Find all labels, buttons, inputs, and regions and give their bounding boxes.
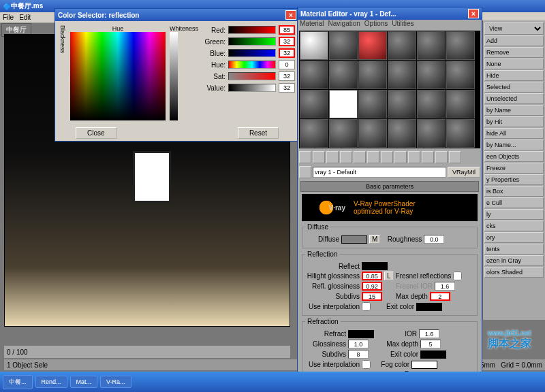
cmd-item[interactable]: olors Shaded — [484, 267, 544, 278]
add-button[interactable]: Add — [484, 35, 544, 46]
toolbar-icon[interactable] — [313, 151, 325, 163]
material-swatch[interactable] — [358, 61, 387, 89]
cmd-item[interactable]: tents — [484, 244, 544, 255]
taskbar-button[interactable]: V-Ra... — [100, 376, 131, 388]
close-icon[interactable]: × — [468, 9, 479, 18]
fog-color-swatch[interactable] — [411, 361, 437, 369]
material-swatch[interactable] — [358, 119, 387, 148]
taskbar-button[interactable]: 中餐... — [3, 375, 33, 389]
pick-icon[interactable] — [299, 166, 311, 178]
cmd-item[interactable]: Unselected — [484, 93, 544, 104]
material-swatch[interactable] — [446, 31, 475, 60]
material-swatch[interactable] — [300, 119, 328, 148]
channel-slider[interactable] — [228, 72, 276, 80]
material-name-input[interactable] — [313, 167, 446, 178]
hilight-glossiness-spinner[interactable] — [362, 272, 382, 280]
hue-picker[interactable] — [70, 32, 166, 120]
material-swatch[interactable] — [358, 90, 387, 118]
whiteness-slider[interactable] — [170, 32, 178, 120]
material-swatch[interactable] — [300, 90, 328, 118]
view-dropdown[interactable]: View — [484, 22, 544, 35]
cmd-item[interactable]: Selected — [484, 82, 544, 93]
channel-value[interactable] — [279, 37, 295, 46]
cmd-item[interactable]: ory — [484, 232, 544, 243]
channel-value[interactable] — [279, 71, 295, 81]
taskbar-button[interactable]: Mat... — [70, 376, 98, 388]
exit-color-swatch[interactable] — [416, 303, 442, 311]
cmd-item[interactable]: Hide — [484, 70, 544, 81]
cmd-item[interactable]: by Hit — [484, 116, 544, 127]
toolbar-icon[interactable] — [449, 151, 461, 163]
timeline[interactable]: 0 / 100 — [4, 346, 290, 358]
material-swatch[interactable] — [329, 31, 358, 60]
channel-slider[interactable] — [228, 49, 276, 57]
channel-value[interactable] — [279, 60, 295, 69]
material-swatch[interactable] — [388, 90, 416, 118]
material-swatch[interactable] — [417, 61, 446, 89]
material-swatch[interactable] — [329, 119, 358, 148]
material-swatch[interactable] — [446, 61, 475, 89]
diffuse-swatch[interactable] — [341, 235, 367, 244]
material-swatches[interactable] — [299, 31, 480, 148]
refr-gloss-spinner[interactable] — [348, 340, 369, 348]
cmd-item[interactable]: by Name — [484, 105, 544, 116]
toolbar-icon[interactable] — [394, 151, 407, 163]
l-button[interactable]: L — [384, 272, 394, 280]
toolbar-icon[interactable] — [408, 151, 420, 163]
cmd-item[interactable]: Freeze — [484, 163, 544, 174]
close-button[interactable]: Close — [76, 127, 116, 139]
remove-button[interactable]: Remove — [484, 47, 544, 58]
material-swatch[interactable] — [300, 31, 328, 60]
toolbar-icon[interactable] — [367, 151, 379, 163]
maxdepth-spinner[interactable] — [430, 292, 450, 301]
toolbar-icon[interactable] — [299, 151, 311, 163]
cmd-item[interactable]: cks — [484, 220, 544, 231]
material-swatch[interactable] — [300, 61, 328, 89]
mat-menubar[interactable]: Material Navigation Options Utilities — [298, 20, 482, 29]
diffuse-map-button[interactable]: M — [369, 235, 380, 244]
menu-edit[interactable]: Edit — [19, 14, 31, 21]
material-swatch[interactable] — [446, 90, 475, 118]
interp-checkbox[interactable] — [362, 302, 371, 311]
material-swatch[interactable] — [358, 31, 387, 60]
cmd-item[interactable]: is Box — [484, 186, 544, 197]
subdivs-spinner[interactable] — [362, 292, 382, 301]
none-button[interactable]: None — [484, 59, 544, 69]
reset-button[interactable]: Reset — [238, 127, 279, 139]
menu-utilities[interactable]: Utilities — [392, 20, 414, 29]
menu-navigation[interactable]: Navigation — [328, 20, 360, 29]
material-swatch[interactable] — [329, 90, 358, 118]
material-swatch[interactable] — [388, 119, 416, 148]
channel-value[interactable] — [279, 83, 295, 93]
material-swatch[interactable] — [388, 31, 416, 60]
material-swatch[interactable] — [417, 90, 446, 118]
fresnel-checkbox[interactable] — [453, 272, 462, 280]
toolbar-icon[interactable] — [435, 151, 448, 163]
refr-subdivs-spinner[interactable] — [348, 350, 369, 359]
taskbar-button[interactable]: Rend... — [35, 376, 67, 388]
material-swatch[interactable] — [417, 31, 446, 60]
cmd-item[interactable]: ly — [484, 209, 544, 220]
material-type-button[interactable]: VRayMtl — [448, 167, 480, 178]
material-swatch[interactable] — [446, 119, 475, 148]
refract-swatch[interactable] — [348, 330, 374, 338]
ior-spinner[interactable] — [419, 329, 439, 338]
material-swatch[interactable] — [417, 119, 446, 148]
channel-slider[interactable] — [228, 84, 276, 92]
refr-maxdepth-spinner[interactable] — [420, 340, 441, 348]
cmd-item[interactable]: ozen in Gray — [484, 255, 544, 266]
toolbar-icon[interactable] — [326, 151, 339, 163]
toolbar-icon[interactable] — [340, 151, 352, 163]
cmd-item[interactable]: e Cull — [484, 197, 544, 208]
menu-material[interactable]: Material — [300, 20, 324, 29]
channel-slider[interactable] — [228, 26, 276, 34]
reflect-swatch[interactable] — [362, 262, 388, 270]
toolbar-icon[interactable] — [354, 151, 366, 163]
roughness-spinner[interactable] — [424, 235, 444, 244]
channel-value[interactable] — [279, 25, 295, 35]
color-titlebar[interactable]: Color Selector: reflection × — [55, 9, 299, 21]
toolbar-icon[interactable] — [381, 151, 393, 163]
cmd-item[interactable]: by Name... — [484, 140, 544, 150]
mat-titlebar[interactable]: Material Editor - vray 1 - Def... × — [298, 7, 482, 20]
cmd-item[interactable]: een Objects — [484, 151, 544, 162]
